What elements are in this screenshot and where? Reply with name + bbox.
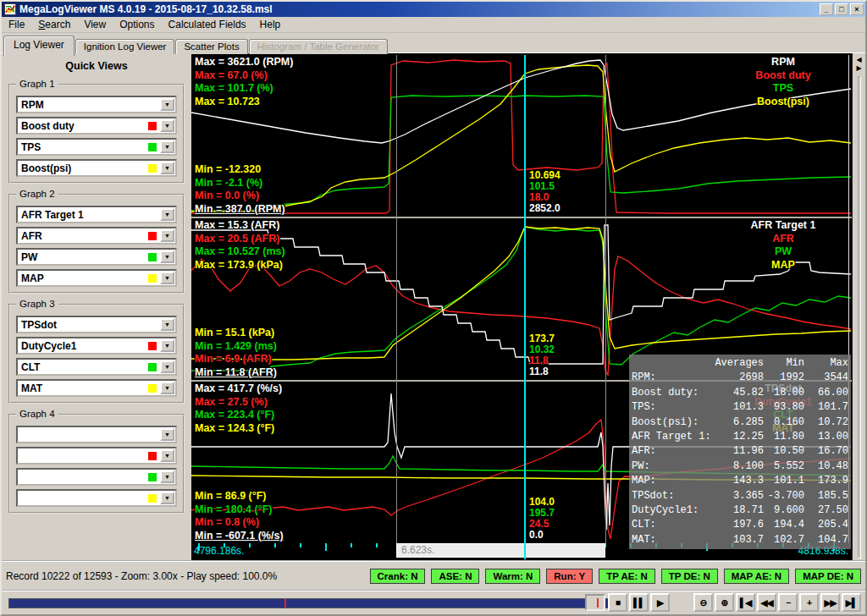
max-label: Max = 417.7 (%/s) bbox=[195, 382, 282, 396]
step-forward-button[interactable]: + bbox=[799, 593, 819, 612]
menu-item-calculated-fields[interactable]: Calculated Fields bbox=[162, 17, 253, 32]
field-select-rpm[interactable]: RPM▼ bbox=[16, 96, 177, 113]
step-back-button[interactable]: − bbox=[778, 593, 798, 612]
dropdown-button[interactable]: ▼ bbox=[160, 470, 174, 483]
dropdown-button[interactable]: ▼ bbox=[160, 360, 174, 373]
field-select-boost-psi[interactable]: Boost(psi)▼ bbox=[16, 159, 177, 177]
tab-log-viewer[interactable]: Log Viewer bbox=[3, 36, 75, 56]
graph1-plot[interactable]: Max = 3621.0 (RPM)Max = 67.0 (%)Max = 10… bbox=[191, 55, 852, 217]
dropdown-button[interactable]: ▼ bbox=[160, 229, 174, 242]
field-select-graph-4-3[interactable]: ▼ bbox=[16, 468, 177, 486]
series-color-swatch bbox=[148, 473, 157, 481]
time-selection-box[interactable]: 6.623s. bbox=[396, 543, 605, 558]
menu-item-file[interactable]: File bbox=[2, 17, 31, 32]
field-select-graph-4-2[interactable]: ▼ bbox=[16, 447, 177, 465]
menu-item-help[interactable]: Help bbox=[253, 17, 288, 32]
field-select-graph-4-1[interactable]: ▼ bbox=[16, 426, 177, 443]
stats-min-value: 194.4 bbox=[764, 518, 804, 532]
stats-row-pw: PW:8.1005.55210.48 bbox=[632, 459, 848, 474]
dropdown-button[interactable]: ▼ bbox=[160, 162, 174, 174]
scroll-track[interactable] bbox=[858, 76, 861, 558]
skip-start-button[interactable]: ▌◀ bbox=[736, 593, 755, 612]
field-select-graph-4-4[interactable]: ▼ bbox=[16, 489, 177, 507]
field-select-afr-target-1[interactable]: AFR Target 1▼ bbox=[16, 206, 177, 223]
fast-forward-button[interactable]: ▶▶ bbox=[820, 593, 840, 612]
min-label: Min = -2.1 (%) bbox=[195, 177, 285, 190]
dropdown-button[interactable]: ▼ bbox=[160, 339, 174, 352]
series-color-swatch bbox=[148, 122, 157, 130]
scroll-right-icon[interactable]: ▶ bbox=[856, 64, 861, 73]
dropdown-button[interactable]: ▼ bbox=[160, 382, 174, 394]
quick-views-panel: Quick Views Graph 1RPM▼Boost duty▼TPS▼Bo… bbox=[2, 53, 191, 560]
graph3-min-labels: Min = 86.9 (°F)Min = 180.4 (°F)Min = 0.8… bbox=[195, 490, 284, 542]
field-value: AFR bbox=[18, 230, 148, 242]
skip-end-button[interactable]: ▶▌ bbox=[842, 593, 861, 612]
log-overview-bar[interactable] bbox=[8, 598, 623, 608]
min-label: Min = 1.429 (ms) bbox=[195, 340, 277, 354]
tab-ignition-log-viewer[interactable]: Ignition Log Viewer bbox=[75, 39, 175, 54]
close-button[interactable]: × bbox=[850, 3, 864, 15]
max-label: Max = 101.7 (%) bbox=[195, 82, 293, 96]
field-select-tps[interactable]: TPS▼ bbox=[16, 138, 177, 156]
field-select-boost-duty[interactable]: Boost duty▼ bbox=[16, 117, 177, 135]
field-select-mat[interactable]: MAT▼ bbox=[16, 379, 177, 397]
stop-button[interactable]: ■ bbox=[608, 593, 627, 612]
stop-icon: ■ bbox=[616, 598, 620, 608]
dropdown-button[interactable]: ▼ bbox=[160, 428, 174, 441]
dropdown-button[interactable]: ▼ bbox=[160, 140, 174, 153]
menu-item-search[interactable]: Search bbox=[31, 17, 77, 32]
field-select-pw[interactable]: PW▼ bbox=[16, 248, 177, 266]
cursor-value: 0.0 bbox=[529, 530, 555, 541]
chevron-down-icon: ▼ bbox=[164, 275, 170, 281]
zoom-out-button[interactable]: ⊖ bbox=[693, 593, 713, 612]
rewind-icon: ◀◀ bbox=[760, 598, 772, 608]
dropdown-button[interactable]: ▼ bbox=[160, 318, 174, 331]
menu-item-options[interactable]: Options bbox=[113, 17, 161, 32]
scroll-left-icon[interactable]: ◀ bbox=[856, 56, 861, 64]
dropdown-button[interactable]: ▼ bbox=[160, 98, 174, 111]
zoom-in-button[interactable]: ⊕ bbox=[715, 593, 734, 612]
tab-scatter-plots[interactable]: Scatter Plots bbox=[175, 39, 247, 54]
skip-start-icon: ▌◀ bbox=[740, 598, 752, 608]
dropdown-button[interactable]: ▼ bbox=[160, 449, 174, 462]
time-tick bbox=[300, 543, 301, 547]
maximize-button[interactable]: □ bbox=[835, 3, 848, 15]
menu-item-view[interactable]: View bbox=[77, 17, 113, 32]
stats-max-value: 205.4 bbox=[804, 518, 848, 532]
dropdown-button[interactable]: ▼ bbox=[160, 272, 174, 284]
rewind-button[interactable]: ◀◀ bbox=[757, 593, 776, 612]
dropdown-button[interactable]: ▼ bbox=[160, 208, 174, 221]
field-select-clt[interactable]: CLT▼ bbox=[16, 358, 177, 376]
field-select-dutycycle1[interactable]: DutyCycle1▼ bbox=[16, 337, 177, 355]
stats-max-value: 173.9 bbox=[804, 474, 848, 488]
pause-button[interactable]: ▌▌ bbox=[629, 593, 649, 612]
stats-header-max: Max bbox=[804, 356, 848, 371]
stats-average-value: 143.3 bbox=[715, 474, 764, 488]
group-label: Graph 3 bbox=[16, 299, 58, 309]
field-value: AFR Target 1 bbox=[18, 209, 160, 221]
legend-item: Boost duty bbox=[726, 69, 840, 83]
play-button[interactable]: ▶ bbox=[650, 593, 670, 612]
cursor-line[interactable] bbox=[524, 55, 526, 559]
stats-label: Boost duty: bbox=[632, 386, 715, 400]
dropdown-button[interactable]: ▼ bbox=[160, 119, 174, 132]
dropdown-button[interactable]: ▼ bbox=[160, 492, 174, 504]
stats-max-value: 3544 bbox=[804, 371, 848, 385]
graph3-cursor-values: 104.0195.724.50.0 bbox=[529, 497, 555, 541]
field-select-tpsdot[interactable]: TPSdot▼ bbox=[16, 316, 177, 333]
chart-scrollbar[interactable]: ◀ ▶ bbox=[852, 53, 865, 560]
min-label: Min = 6.9 (AFR) bbox=[195, 353, 277, 366]
field-select-map[interactable]: MAP▼ bbox=[16, 269, 177, 287]
graph2-max-labels: Max = 15.3 (AFR)Max = 20.5 (AFR)Max = 10… bbox=[195, 219, 285, 272]
stats-row-tps: TPS:101.393.80101.7 bbox=[632, 400, 848, 415]
field-select-afr[interactable]: AFR▼ bbox=[16, 227, 177, 245]
step-forward-icon: + bbox=[807, 598, 811, 608]
chart-column: Max = 3621.0 (RPM)Max = 67.0 (%)Max = 10… bbox=[191, 53, 852, 560]
legend-item: AFR bbox=[726, 233, 840, 246]
status-badge-tp-de: TP DE: N bbox=[661, 569, 718, 584]
stats-row-boost-duty: Boost duty:45.8218.0066.00 bbox=[632, 386, 848, 400]
dropdown-button[interactable]: ▼ bbox=[160, 250, 174, 263]
minimize-button[interactable]: _ bbox=[820, 3, 833, 15]
chevron-down-icon: ▼ bbox=[164, 212, 170, 217]
stats-min-value: 10.50 bbox=[764, 444, 804, 459]
